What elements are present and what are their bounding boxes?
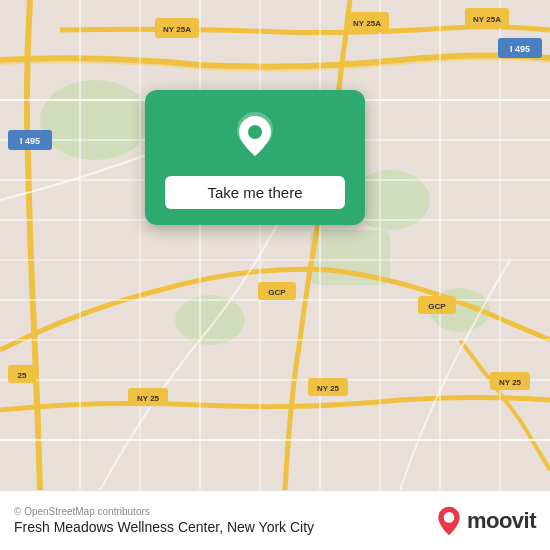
svg-text:NY 25A: NY 25A <box>163 25 191 34</box>
navigation-card: Take me there <box>145 90 365 225</box>
bottom-left: © OpenStreetMap contributors Fresh Meado… <box>14 506 435 535</box>
svg-text:NY 25A: NY 25A <box>353 19 381 28</box>
svg-point-50 <box>444 512 455 523</box>
svg-text:NY 25A: NY 25A <box>473 15 501 24</box>
svg-text:I 495: I 495 <box>20 136 40 146</box>
moovit-text: moovit <box>467 508 536 534</box>
svg-text:25: 25 <box>18 371 27 380</box>
svg-text:GCP: GCP <box>428 302 446 311</box>
svg-point-49 <box>248 125 262 139</box>
bottom-bar: © OpenStreetMap contributors Fresh Meado… <box>0 490 550 550</box>
svg-text:I 495: I 495 <box>510 44 530 54</box>
map-svg: I 495 I 495 NY 25A NY 25A NY 25A 295 GCP… <box>0 0 550 490</box>
moovit-logo: moovit <box>435 505 536 537</box>
location-pin-icon <box>229 110 281 162</box>
svg-rect-0 <box>0 0 550 490</box>
svg-text:NY 25: NY 25 <box>317 384 340 393</box>
map-container: I 495 I 495 NY 25A NY 25A NY 25A 295 GCP… <box>0 0 550 490</box>
svg-text:NY 25: NY 25 <box>137 394 160 403</box>
svg-text:NY 25: NY 25 <box>499 378 522 387</box>
map-attribution: © OpenStreetMap contributors <box>14 506 435 517</box>
svg-point-1 <box>40 80 150 160</box>
location-name: Fresh Meadows Wellness Center, New York … <box>14 519 435 535</box>
svg-text:GCP: GCP <box>268 288 286 297</box>
moovit-pin-icon <box>435 505 463 537</box>
take-me-there-button[interactable]: Take me there <box>165 176 345 209</box>
svg-point-3 <box>175 295 245 345</box>
